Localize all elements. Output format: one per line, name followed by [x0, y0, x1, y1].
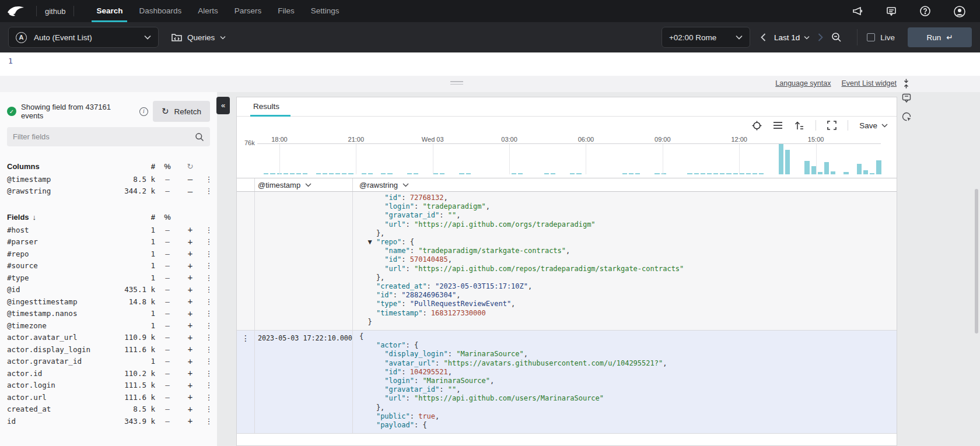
time-back-button[interactable] [761, 33, 766, 41]
field-menu-button[interactable]: ⋮ [201, 405, 217, 413]
add-column-button[interactable]: + [180, 333, 201, 342]
histogram-bar[interactable] [544, 173, 549, 174]
field-menu-button[interactable]: ⋮ [201, 285, 217, 294]
add-column-button[interactable]: + [180, 285, 201, 294]
field-row[interactable]: #repo1–+⋮ [0, 248, 217, 260]
row-density-icon[interactable] [773, 121, 783, 129]
field-row[interactable]: @timestamp.nanos1–+⋮ [0, 308, 217, 320]
add-column-button[interactable]: + [180, 273, 201, 282]
histogram-bar[interactable] [466, 173, 471, 174]
live-toggle[interactable]: Live [867, 33, 895, 42]
histogram-bar[interactable] [707, 173, 712, 174]
time-range-dropdown[interactable]: Last 1d [774, 33, 810, 42]
filter-fields-box[interactable] [7, 127, 210, 146]
field-row[interactable]: #parser1–+⋮ [0, 236, 217, 248]
field-row[interactable]: actor.avatar_url110.9 k–+⋮ [0, 332, 217, 344]
add-column-button[interactable]: + [180, 225, 201, 234]
histogram-bar[interactable] [576, 173, 581, 174]
event-histogram[interactable]: 76k 18:0021:00Wed 0303:0006:0009:0012:00… [237, 134, 897, 178]
field-row[interactable]: #source1–+⋮ [0, 260, 217, 272]
nav-tab-files[interactable]: Files [270, 0, 303, 22]
row-menu-button[interactable] [237, 192, 254, 330]
histogram-bar[interactable] [284, 173, 288, 174]
field-menu-button[interactable]: ⋮ [201, 297, 217, 306]
histogram-bar[interactable] [570, 173, 575, 174]
add-column-button[interactable]: + [180, 392, 201, 402]
histogram-bar[interactable] [844, 172, 848, 174]
histogram-bar[interactable] [654, 173, 659, 174]
info-icon[interactable]: i [139, 107, 148, 116]
field-row[interactable]: id343.9 k–+⋮ [0, 415, 217, 427]
histogram-bar[interactable] [348, 173, 353, 174]
repository-name[interactable]: github [45, 7, 65, 16]
histogram-bar[interactable] [779, 144, 783, 174]
histogram-bar[interactable] [733, 173, 738, 174]
histogram-bar[interactable] [414, 173, 418, 174]
event-list-widget-link[interactable]: Event List widget [842, 79, 897, 87]
histogram-bar[interactable] [440, 173, 444, 174]
field-menu-button[interactable]: ⋮ [201, 261, 217, 270]
histogram-bar[interactable] [316, 173, 321, 174]
histogram-bar[interactable] [824, 162, 829, 174]
histogram-bar[interactable] [459, 173, 464, 174]
histogram-bar[interactable] [381, 173, 386, 174]
histogram-bar[interactable] [740, 173, 744, 174]
histogram-bar[interactable] [622, 173, 627, 174]
field-menu-button[interactable]: ⋮ [201, 393, 217, 402]
add-column-button[interactable]: + [180, 405, 201, 414]
histogram-bar[interactable] [551, 173, 555, 174]
field-menu-button[interactable]: ⋮ [201, 345, 217, 354]
add-column-button[interactable]: + [180, 321, 201, 330]
field-row[interactable]: @rawstring344.2 k–—⋮ [0, 185, 217, 198]
queries-dropdown[interactable]: Queries [172, 33, 226, 42]
histogram-bar[interactable] [857, 164, 862, 174]
histogram-bar[interactable] [387, 173, 392, 174]
collapse-vertical-icon[interactable] [902, 79, 911, 89]
histogram-bar[interactable] [323, 173, 327, 174]
histogram-bar[interactable] [694, 173, 699, 174]
histogram-bar[interactable] [518, 173, 523, 174]
field-row[interactable]: #type1–+⋮ [0, 272, 217, 284]
sync-columns-icon[interactable]: ↻ [180, 162, 201, 171]
histogram-bar[interactable] [863, 170, 868, 174]
add-column-button[interactable]: + [180, 345, 201, 354]
field-menu-button[interactable]: ⋮ [201, 357, 217, 366]
field-row[interactable]: @id435.1 k–+⋮ [0, 284, 217, 296]
save-dropdown[interactable]: Save [859, 121, 888, 130]
field-menu-button[interactable]: ⋮ [201, 369, 217, 378]
histogram-bar[interactable] [759, 173, 764, 174]
nav-tab-search[interactable]: Search [88, 0, 131, 22]
histogram-bar[interactable] [362, 173, 366, 174]
zoom-out-icon[interactable] [831, 32, 842, 43]
widget-panel-icon[interactable] [902, 93, 912, 103]
run-button[interactable]: Run ↵ [908, 27, 972, 47]
histogram-bar[interactable] [329, 173, 334, 174]
histogram-bar[interactable] [407, 173, 412, 174]
histogram-bar[interactable] [433, 173, 438, 174]
histogram-bar[interactable] [270, 173, 275, 174]
histogram-bar[interactable] [746, 173, 751, 174]
field-menu-button[interactable]: ⋮ [201, 237, 217, 246]
field-menu-button[interactable]: ⋮ [201, 309, 217, 318]
filter-fields-input[interactable] [13, 132, 195, 141]
fullscreen-icon[interactable] [827, 121, 836, 130]
collapse-sidebar-button[interactable]: « [216, 97, 230, 114]
histogram-bar[interactable] [870, 173, 874, 174]
megaphone-icon[interactable] [852, 5, 863, 17]
row-menu-button[interactable]: ⋮ [237, 331, 254, 433]
add-column-button[interactable]: + [180, 416, 201, 426]
field-menu-button[interactable]: ⋮ [201, 321, 217, 330]
field-menu-button[interactable]: ⋮ [201, 333, 217, 342]
crosshair-icon[interactable] [752, 121, 762, 131]
histogram-bar[interactable] [726, 173, 731, 174]
histogram-bar[interactable] [720, 173, 724, 174]
add-column-button[interactable]: + [180, 381, 201, 390]
field-row[interactable]: @timestamp8.5 k–—⋮ [0, 173, 217, 185]
histogram-bar[interactable] [303, 173, 307, 174]
field-row[interactable]: @timezone1–+⋮ [0, 319, 217, 332]
nav-tab-dashboards[interactable]: Dashboards [131, 0, 190, 22]
time-forward-button[interactable] [818, 33, 823, 41]
nav-tab-parsers[interactable]: Parsers [226, 0, 270, 22]
histogram-bar[interactable] [264, 173, 268, 174]
histogram-bar[interactable] [335, 173, 340, 174]
